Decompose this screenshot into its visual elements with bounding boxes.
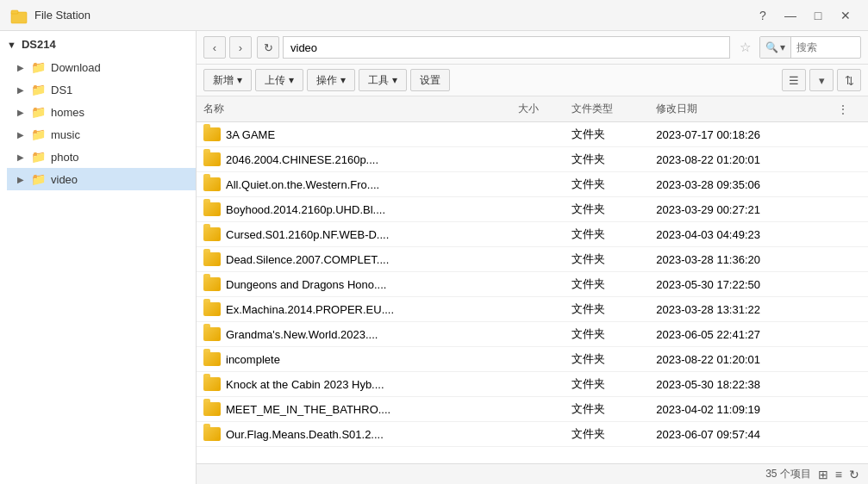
table-row[interactable]: Our.Flag.Means.Death.S01.2.... 文件夹2023-0… xyxy=(197,422,868,447)
sort-button[interactable]: ⇅ xyxy=(837,69,861,91)
file-more xyxy=(831,347,868,372)
file-modified: 2023-04-02 11:09:19 xyxy=(649,397,831,422)
table-row[interactable]: Dungeons and Dragons Hono.... 文件夹2023-05… xyxy=(197,272,868,297)
file-type: 文件夹 xyxy=(565,322,650,347)
file-type: 文件夹 xyxy=(565,272,650,297)
file-type: 文件夹 xyxy=(565,222,650,247)
refresh-button[interactable]: ↻ xyxy=(257,36,279,59)
search-icon: 🔍 xyxy=(765,41,778,53)
maximize-button[interactable]: □ xyxy=(806,3,830,28)
folder-icon xyxy=(203,202,221,216)
sidebar-root-ds214[interactable]: ▼ DS214 xyxy=(0,31,196,56)
upload-label: 上传 xyxy=(265,73,285,88)
table-row[interactable]: Boyhood.2014.2160p.UHD.Bl.... 文件夹2023-03… xyxy=(197,197,868,222)
sidebar-children: ▶ 📁 Download ▶ 📁 DS1 ▶ 📁 homes ▶ 📁 music… xyxy=(0,56,196,190)
file-size xyxy=(511,197,565,222)
window-controls: ? — □ ✕ xyxy=(751,3,858,28)
table-row[interactable]: 2046.2004.CHINESE.2160p.... 文件夹2023-08-2… xyxy=(197,147,868,172)
minimize-button[interactable]: — xyxy=(778,3,802,28)
list-view-button[interactable]: ☰ xyxy=(782,69,806,91)
folder-icon: 📁 xyxy=(31,172,46,186)
sidebar-item-homes[interactable]: ▶ 📁 homes xyxy=(7,101,196,123)
folder-icon xyxy=(203,327,221,341)
file-name: Knock at the Cabin 2023 Hyb.... xyxy=(226,378,384,391)
file-type: 文件夹 xyxy=(565,147,650,172)
tools-label: 工具 xyxy=(368,73,389,88)
search-input[interactable] xyxy=(791,41,860,53)
table-row[interactable]: Knock at the Cabin 2023 Hyb.... 文件夹2023-… xyxy=(197,372,868,397)
file-size xyxy=(511,297,565,322)
forward-button[interactable]: › xyxy=(229,36,252,59)
help-button[interactable]: ? xyxy=(751,3,775,28)
search-dropdown-button[interactable]: 🔍 ▾ xyxy=(760,37,791,58)
col-header-type[interactable]: 文件类型 xyxy=(565,96,650,122)
folder-icon xyxy=(203,302,221,316)
file-name-cell: Dead.Silence.2007.COMPLET.... xyxy=(197,247,511,272)
path-input[interactable] xyxy=(283,36,730,59)
item-count: 35 个项目 xyxy=(765,467,811,481)
table-row[interactable]: Grandma's.New.World.2023.... 文件夹2023-06-… xyxy=(197,322,868,347)
file-name: incomplete xyxy=(226,353,280,366)
file-name: 3A GAME xyxy=(226,128,275,141)
folder-icon xyxy=(203,227,221,241)
table-row[interactable]: MEET_ME_IN_THE_BATHRO.... 文件夹2023-04-02 … xyxy=(197,397,868,422)
view-options-button[interactable]: ▾ xyxy=(809,69,834,91)
titlebar: File Station ? — □ ✕ xyxy=(0,0,868,31)
bookmark-button[interactable]: ☆ xyxy=(734,36,756,59)
col-header-name[interactable]: 名称 xyxy=(197,96,511,122)
file-name: 2046.2004.CHINESE.2160p.... xyxy=(226,153,378,166)
sidebar-item-music[interactable]: ▶ 📁 music xyxy=(7,123,196,146)
file-more xyxy=(831,372,868,397)
file-list: 名称 大小 文件类型 修改日期 ⋮ 3A GAME 文件夹2023-07-17 … xyxy=(197,96,868,463)
item-arrow-icon: ▶ xyxy=(17,130,28,140)
app-title: File Station xyxy=(34,9,751,22)
table-row[interactable]: 3A GAME 文件夹2023-07-17 00:18:26 xyxy=(197,122,868,147)
file-size xyxy=(511,247,565,272)
sidebar-item-download[interactable]: ▶ 📁 Download xyxy=(7,56,196,78)
sidebar-item-photo[interactable]: ▶ 📁 photo xyxy=(7,146,196,168)
list-view-status-icon[interactable]: ≡ xyxy=(835,468,842,481)
file-size xyxy=(511,397,565,422)
new-button[interactable]: 新增 ▾ xyxy=(203,69,252,91)
file-name-cell: All.Quiet.on.the.Western.Fro.... xyxy=(197,172,511,197)
app-icon xyxy=(10,7,28,24)
table-row[interactable]: Cursed.S01.2160p.NF.WEB-D.... 文件夹2023-04… xyxy=(197,222,868,247)
refresh-status-icon[interactable]: ↻ xyxy=(849,468,859,481)
file-modified: 2023-03-29 00:27:21 xyxy=(649,197,831,222)
file-size xyxy=(511,322,565,347)
sidebar-item-label: homes xyxy=(51,106,84,119)
sidebar-item-ds1[interactable]: ▶ 📁 DS1 xyxy=(7,78,196,101)
file-more xyxy=(831,397,868,422)
file-name: Cursed.S01.2160p.NF.WEB-D.... xyxy=(226,228,389,241)
file-name-cell: Ex.Machina.2014.PROPER.EU.... xyxy=(197,297,511,322)
folder-icon xyxy=(203,427,221,441)
file-name-cell: Cursed.S01.2160p.NF.WEB-D.... xyxy=(197,222,511,247)
table-row[interactable]: Dead.Silence.2007.COMPLET.... 文件夹2023-03… xyxy=(197,247,868,272)
folder-icon xyxy=(203,152,221,166)
back-button[interactable]: ‹ xyxy=(203,36,226,59)
sidebar-root-label: DS214 xyxy=(22,38,56,51)
col-header-size[interactable]: 大小 xyxy=(511,96,565,122)
folder-icon: 📁 xyxy=(31,83,46,96)
sidebar-item-video[interactable]: ▶ 📁 video xyxy=(7,168,196,190)
settings-button[interactable]: 设置 xyxy=(410,69,450,91)
table-row[interactable]: All.Quiet.on.the.Western.Fro.... 文件夹2023… xyxy=(197,172,868,197)
file-modified: 2023-06-07 09:57:44 xyxy=(649,422,831,447)
action-button[interactable]: 操作 ▾ xyxy=(307,69,355,91)
file-modified: 2023-03-28 11:36:20 xyxy=(649,247,831,272)
item-arrow-icon: ▶ xyxy=(17,152,28,162)
app-body: ▼ DS214 ▶ 📁 Download ▶ 📁 DS1 ▶ 📁 homes ▶… xyxy=(0,31,868,484)
file-type: 文件夹 xyxy=(565,372,650,397)
file-table: 名称 大小 文件类型 修改日期 ⋮ 3A GAME 文件夹2023-07-17 … xyxy=(197,96,868,447)
table-row[interactable]: Ex.Machina.2014.PROPER.EU.... 文件夹2023-03… xyxy=(197,297,868,322)
file-modified: 2023-04-03 04:49:23 xyxy=(649,222,831,247)
col-header-modified[interactable]: 修改日期 xyxy=(649,96,831,122)
upload-button[interactable]: 上传 ▾ xyxy=(255,69,303,91)
table-row[interactable]: incomplete 文件夹2023-08-22 01:20:01 xyxy=(197,347,868,372)
file-size xyxy=(511,122,565,147)
tools-button[interactable]: 工具 ▾ xyxy=(359,69,407,91)
file-modified: 2023-07-17 00:18:26 xyxy=(649,122,831,147)
item-arrow-icon: ▶ xyxy=(17,63,28,72)
grid-view-icon[interactable]: ⊞ xyxy=(818,468,828,481)
close-button[interactable]: ✕ xyxy=(834,3,858,28)
